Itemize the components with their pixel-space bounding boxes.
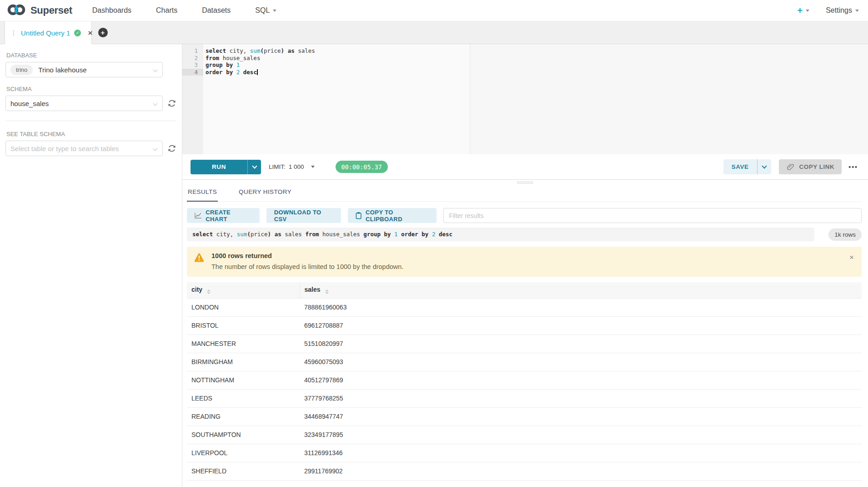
nav-menu: Dashboards Charts Datasets SQL: [92, 6, 277, 15]
copy-clipboard-label: COPY TO CLIPBOARD: [366, 209, 429, 223]
see-table-schema-label: SEE TABLE SCHEMA: [6, 131, 176, 137]
download-csv-button[interactable]: DOWNLOAD TO CSV: [266, 208, 341, 223]
alert-message: The number of rows displayed is limited …: [211, 263, 403, 270]
warning-icon: [194, 253, 204, 270]
superset-logo-icon: [6, 3, 26, 18]
toolbar-right: SAVE COPY LINK •••: [723, 159, 861, 174]
new-item-button[interactable]: +: [798, 6, 810, 15]
limit-dropdown[interactable]: LIMIT: 1 000: [269, 163, 315, 170]
save-options-button[interactable]: [757, 159, 771, 174]
query-preview-code: select city, sum(price) as sales from ho…: [192, 231, 452, 238]
table-row: LIVERPOOL31126991346: [187, 444, 862, 462]
chevron-down-icon: [311, 166, 315, 168]
cell-sales: 51510820997: [300, 335, 862, 353]
table-select-placeholder: Select table or type to search tables: [10, 145, 119, 152]
create-chart-button[interactable]: CREATE CHART: [187, 208, 260, 223]
tab-query-history[interactable]: QUERY HISTORY: [238, 183, 292, 201]
add-tab-button[interactable]: +: [92, 21, 114, 44]
more-actions-button[interactable]: •••: [848, 163, 858, 171]
query-timer-badge: 00:00:05.37: [336, 161, 388, 173]
filter-results-input[interactable]: [443, 208, 862, 223]
alert-title: 1000 rows returned: [211, 252, 403, 259]
cell-sales: 45960075093: [300, 353, 862, 371]
download-csv-label: DOWNLOAD TO CSV: [274, 209, 333, 223]
clipboard-icon: [356, 212, 361, 219]
database-select[interactable]: trino Trino lakehouse: [5, 62, 163, 77]
run-button[interactable]: RUN: [191, 160, 261, 174]
save-button[interactable]: SAVE: [723, 159, 771, 174]
sidebar-divider: [5, 121, 176, 121]
sql-lab-main: DATABASE trino Trino lakehouse SCHEMA ho…: [0, 44, 868, 487]
nav-item-sql-label: SQL: [255, 6, 270, 15]
copy-clipboard-button[interactable]: COPY TO CLIPBOARD: [348, 208, 437, 223]
cell-city: BIRMINGHAM: [187, 353, 300, 371]
splitter-grip-icon: [517, 181, 533, 183]
code-text: select city, sum(price) as sales: [203, 47, 315, 55]
column-label: sales: [305, 286, 321, 293]
code-text: order by 2 desc: [203, 69, 258, 76]
results-section: RESULTS QUERY HISTORY CREATE CHART DOWNL…: [182, 183, 868, 487]
nav-item-sql[interactable]: SQL: [255, 6, 276, 15]
chevron-down-icon: [855, 10, 859, 12]
pane-splitter[interactable]: [182, 179, 868, 183]
column-header-sales[interactable]: sales: [300, 282, 862, 298]
chevron-down-icon: [252, 163, 257, 168]
cell-city: SOUTHAMPTON: [187, 426, 300, 444]
sql-editor[interactable]: 1select city, sum(price) as sales2from h…: [182, 44, 868, 154]
query-preview-row: select city, sum(price) as sales from ho…: [187, 228, 862, 241]
code-line: 4order by 2 desc: [182, 69, 868, 76]
drag-grip-icon: ⋮: [10, 29, 17, 36]
cell-sales: 40512797869: [300, 371, 862, 389]
run-options-button[interactable]: [247, 160, 261, 174]
nav-item-charts[interactable]: Charts: [156, 6, 177, 15]
nav-item-dashboards[interactable]: Dashboards: [92, 6, 131, 15]
line-number: 4: [182, 69, 203, 76]
results-table-body: LONDON788861960063BRISTOL69612708887MANC…: [187, 298, 862, 487]
alert-body: 1000 rows returned The number of rows di…: [211, 252, 403, 270]
refresh-tables-button[interactable]: [167, 144, 176, 153]
table-select[interactable]: Select table or type to search tables: [5, 141, 163, 156]
cell-city: LEICESTER: [187, 480, 300, 487]
database-label: DATABASE: [6, 52, 176, 59]
cell-city: BRISTOL: [187, 316, 300, 335]
table-row: LONDON788861960063: [187, 298, 862, 316]
limit-value: 1 000: [289, 163, 304, 170]
save-button-label[interactable]: SAVE: [723, 159, 757, 174]
create-chart-label: CREATE CHART: [206, 209, 251, 223]
tab-untitled-query[interactable]: ⋮ Untitled Query 1 ✓ ×: [5, 21, 92, 44]
database-value: Trino lakehouse: [38, 66, 86, 74]
cell-sales: 69612708887: [300, 316, 862, 335]
cell-city: LEEDS: [187, 389, 300, 407]
editor-lines: 1select city, sum(price) as sales2from h…: [182, 44, 868, 76]
limit-label: LIMIT:: [269, 163, 286, 170]
results-tabs: RESULTS QUERY HISTORY: [187, 183, 862, 202]
column-label: city: [191, 286, 202, 293]
code-text: group by 1: [203, 61, 240, 69]
tab-title: Untitled Query 1: [21, 29, 70, 37]
run-button-label[interactable]: RUN: [191, 160, 247, 174]
chevron-down-icon: [153, 101, 158, 106]
link-icon: [786, 162, 795, 171]
column-header-city[interactable]: city: [187, 282, 300, 298]
refresh-schemas-button[interactable]: [167, 99, 176, 108]
chevron-down-icon: [153, 68, 158, 72]
table-row: SOUTHAMPTON32349177895: [187, 426, 862, 444]
settings-menu[interactable]: Settings: [826, 6, 859, 15]
settings-label: Settings: [826, 6, 852, 15]
close-alert-icon[interactable]: ×: [849, 254, 854, 261]
sort-icon[interactable]: [207, 289, 211, 294]
query-tab-strip: ⋮ Untitled Query 1 ✓ × +: [0, 21, 868, 44]
code-line: 3group by 1: [182, 61, 868, 69]
editor-pane: 1select city, sum(price) as sales2from h…: [182, 44, 868, 487]
cell-city: LIVERPOOL: [187, 444, 300, 462]
copy-link-button[interactable]: COPY LINK: [779, 159, 842, 174]
tab-results[interactable]: RESULTS: [187, 183, 218, 202]
schema-select[interactable]: house_sales: [5, 96, 163, 111]
sort-icon[interactable]: [325, 289, 329, 294]
editor-toolbar: RUN LIMIT: 1 000 00:00:05.37 SAVE: [182, 154, 868, 179]
cell-sales: 37779768255: [300, 389, 862, 407]
nav-item-datasets[interactable]: Datasets: [202, 6, 231, 15]
cell-city: NOTTINGHAM: [187, 371, 300, 389]
superset-logo[interactable]: Superset: [6, 3, 72, 18]
sqllab-sidebar: DATABASE trino Trino lakehouse SCHEMA ho…: [0, 44, 182, 487]
